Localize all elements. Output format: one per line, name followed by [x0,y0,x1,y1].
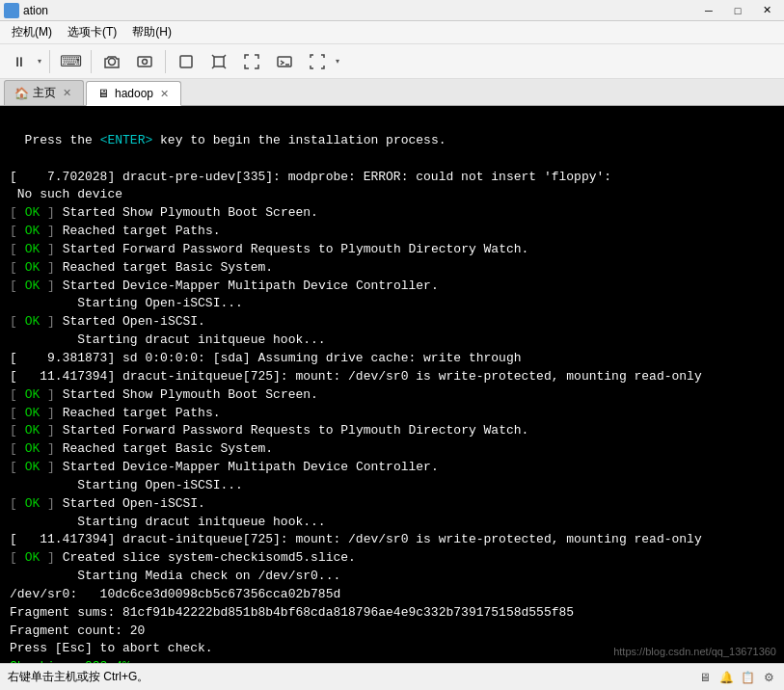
statusbar: 右键单击主机或按 Ctrl+G。 🖥 🔔 📋 ⚙ [0,663,784,690]
shrink-button[interactable] [203,48,234,75]
screenshot-button-2[interactable] [129,48,160,75]
menu-item-help[interactable]: 帮助(H) [124,22,179,43]
window-button[interactable] [171,48,202,75]
svg-point-2 [143,59,148,64]
tab-hadoop[interactable]: 🖥 hadoop ✕ [86,81,181,106]
svg-point-0 [109,58,116,65]
svg-rect-3 [180,56,192,67]
expand-button[interactable] [236,48,267,75]
svg-line-8 [224,66,226,68]
toolbar-sep-3 [165,50,166,73]
tab-home-close[interactable]: ✕ [61,86,73,100]
titlebar-title: ation [23,4,48,17]
menu-item-control[interactable]: 控机(M) [4,22,60,43]
pause-dropdown-arrow[interactable]: ▾ [35,48,44,75]
menu-item-tabs[interactable]: 选项卡(T) [60,22,124,43]
maximize-button[interactable]: □ [724,0,751,21]
console-button[interactable] [269,48,300,75]
fullscreen-dropdown-arrow[interactable]: ▾ [333,48,342,75]
tab-home[interactable]: 🏠 主页 ✕ [4,80,84,105]
tab-hadoop-label: hadoop [115,87,153,100]
toolbar: ⏸ ▾ ⌨ [0,44,784,79]
svg-line-7 [212,66,214,68]
screenshot-button-1[interactable] [96,48,127,75]
home-icon: 🏠 [14,87,28,100]
close-button[interactable]: ✕ [753,0,780,21]
fullscreen-button[interactable] [302,48,333,75]
toolbar-sep-1 [49,50,50,73]
terminal-content: Press the <ENTER> key to begin the insta… [0,106,784,663]
titlebar: ation ─ □ ✕ [0,0,784,21]
send-key-button[interactable]: ⌨ [55,48,86,75]
pause-button[interactable]: ⏸ [4,48,35,75]
terminal-container[interactable]: Press the <ENTER> key to begin the insta… [0,106,784,663]
pause-btn-group: ⏸ ▾ [4,48,44,75]
statusbar-hint: 右键单击主机或按 Ctrl+G。 [8,669,149,685]
statusbar-icon-1[interactable]: 🖥 [697,670,713,685]
menubar: 控机(M) 选项卡(T) 帮助(H) [0,21,784,44]
statusbar-icon-3[interactable]: 📋 [740,670,755,685]
tab-hadoop-close[interactable]: ✕ [158,87,171,101]
svg-rect-4 [214,57,224,66]
url-watermark: https://blog.csdn.net/qq_13671360 [613,646,776,657]
svg-rect-1 [138,57,151,66]
terminal-icon: 🖥 [96,87,110,100]
svg-line-5 [212,55,214,57]
statusbar-icons: 🖥 🔔 📋 ⚙ [697,670,776,685]
titlebar-left: ation [4,3,48,18]
minimize-button[interactable]: ─ [695,0,722,21]
app-icon [4,3,19,18]
fullscreen-btn-group: ▾ [302,48,342,75]
svg-line-6 [224,55,226,57]
titlebar-controls: ─ □ ✕ [695,0,780,21]
tab-home-label: 主页 [33,85,56,101]
toolbar-sep-2 [91,50,92,73]
statusbar-icon-2[interactable]: 🔔 [718,670,734,685]
tabs-bar: 🏠 主页 ✕ 🖥 hadoop ✕ [0,79,784,106]
statusbar-icon-4[interactable]: ⚙ [761,670,776,685]
